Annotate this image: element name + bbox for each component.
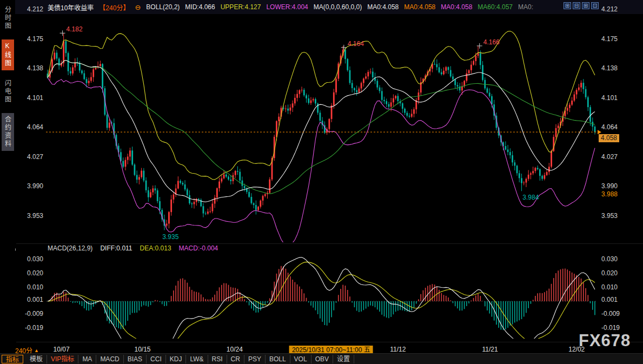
layout-icon-1[interactable]: ⊞ <box>564 2 571 9</box>
macd-dea-value: DEA:0.013 <box>140 244 171 252</box>
macd-axis-label: -0.009 <box>19 310 43 317</box>
macd-axis-label: 0.020 <box>19 269 43 277</box>
toolbar-item-CR[interactable]: CR <box>227 355 244 363</box>
ma-value: MA0:4.058 <box>367 3 399 11</box>
macd-axis-label: 0.001 <box>601 296 618 303</box>
macd-diff-value: DIFF:0.011 <box>100 244 132 252</box>
zoom-out-icon[interactable]: ⊖ <box>135 3 141 11</box>
macd-axis-label: 0.001 <box>19 296 43 303</box>
y-axis-label: 3.953 <box>19 212 43 220</box>
svg-text:4.166: 4.166 <box>483 38 500 46</box>
macd-axis-label: 0.030 <box>601 255 618 263</box>
current-price-badge: 4.058 <box>599 134 619 142</box>
ma-value: MA0:4.058 <box>441 3 472 11</box>
ma-value: MA60:4.057 <box>478 3 513 11</box>
macd-axis-label: 0.010 <box>601 283 618 291</box>
axis-divider <box>16 342 643 342</box>
symbol-title: 美债10年收益率 <box>48 3 94 12</box>
period-tag[interactable]: 【240分】 <box>99 3 129 12</box>
macd-header: MACD(26,12,9) DIFF:0.011 DEA:0.013 MACD:… <box>48 244 218 252</box>
bottom-toolbar: 指标模板VIP指标MAMACDBIASCCIKDJLW&RSICRPSYBOLL… <box>0 353 643 364</box>
y-axis-label: 4.212 <box>601 5 618 13</box>
ma-value: MA0:4.058 <box>404 3 435 11</box>
y-axis-label: 4.064 <box>19 123 43 131</box>
toolbar-item-设置[interactable]: 设置 <box>333 355 354 363</box>
layout-icon-3[interactable]: ⊞ <box>582 2 589 9</box>
macd-axis-label: 0.030 <box>19 255 43 263</box>
svg-text:4.182: 4.182 <box>67 25 83 33</box>
y-axis-label: 4.064 <box>601 123 618 131</box>
boll-upper-value: UPPER:4.127 <box>221 3 261 11</box>
left-tab-bar: 分时图K线图闪电图合约资料 <box>0 0 15 364</box>
y-axis-label: 3.990 <box>19 182 43 190</box>
y-axis-label: 4.027 <box>601 153 618 161</box>
macd-axis-label: 0.010 <box>19 283 43 291</box>
sidebar-tab-1[interactable]: 分时图 <box>2 3 14 33</box>
macd-hist-value: MACD:-0.004 <box>179 244 218 252</box>
toolbar-item-LW&[interactable]: LW& <box>186 355 208 363</box>
toolbar-item-BIAS[interactable]: BIAS <box>124 355 147 363</box>
toolbar-item-PSY[interactable]: PSY <box>244 355 266 363</box>
y-axis-label: 4.138 <box>601 64 618 72</box>
x-axis-label: 10/07 <box>54 346 70 353</box>
toolbar-item-KDJ[interactable]: KDJ <box>166 355 187 363</box>
y-axis-label: 3.990 <box>601 182 618 190</box>
y-axis-label: 4.027 <box>19 153 43 161</box>
indicator-header-bar: 美债10年收益率 【240分】 ⊖ BOLL(20,2) MID:4.066 U… <box>0 0 643 14</box>
svg-text:3.935: 3.935 <box>162 233 178 241</box>
layout-icon-2[interactable]: ⊟ <box>573 2 580 9</box>
toolbar-item-VOL[interactable]: VOL <box>290 355 311 363</box>
y-axis-label: 4.138 <box>19 64 43 72</box>
toolbar-item-BOLL[interactable]: BOLL <box>266 355 290 363</box>
y-axis-label: 4.212 <box>19 5 43 13</box>
boll-lower-value: LOWER:4.004 <box>266 3 308 11</box>
chevron-up-icon: ▲ <box>34 348 39 353</box>
macd-param-label: MACD(26,12,9) <box>48 244 92 252</box>
panel-divider <box>16 243 643 244</box>
toolbar-item-指标[interactable]: 指标 <box>2 355 23 363</box>
toolbar-item-模板[interactable]: 模板 <box>26 355 47 363</box>
ma-value: MA0: <box>518 3 533 11</box>
toolbar-item-OBV[interactable]: OBV <box>311 355 333 363</box>
watermark: FX678 <box>579 331 631 350</box>
trading-chart-app: 美债10年收益率 【240分】 ⊖ BOLL(20,2) MID:4.066 U… <box>0 0 643 364</box>
svg-text:4.164: 4.164 <box>348 40 364 48</box>
x-axis-label: 10/15 <box>134 346 150 353</box>
sidebar-tab-4[interactable]: 合约资料 <box>2 113 14 151</box>
toolbar-item-VIP指标[interactable]: VIP指标 <box>47 355 78 363</box>
toolbar-item-MA[interactable]: MA <box>78 355 96 363</box>
svg-text:3.984: 3.984 <box>522 194 539 201</box>
window-layout-icons: ⊞⊟⊞⊡ <box>564 2 599 9</box>
macd-axis-label: 0.020 <box>601 269 618 277</box>
y-axis-label: 4.175 <box>601 35 618 43</box>
macd-axis-label: -0.019 <box>19 324 43 332</box>
y-axis-label: 3.953 <box>601 212 618 220</box>
sidebar-tab-2[interactable]: K线图 <box>2 39 14 70</box>
boll-param-label: BOLL(20,2) <box>146 3 180 11</box>
toolbar-item-RSI[interactable]: RSI <box>208 355 227 363</box>
y-axis-label: 4.175 <box>19 35 43 43</box>
macd-axis-label: -0.009 <box>601 310 620 317</box>
layout-icon-4[interactable]: ⊡ <box>591 2 599 9</box>
sidebar-tab-3[interactable]: 闪电图 <box>2 77 14 107</box>
x-axis-label: 10/24 <box>227 346 243 353</box>
boll-mid-value: MID:4.066 <box>185 3 215 11</box>
y-axis-label: 4.101 <box>601 94 618 102</box>
chart-canvas: 4.1823.9354.1644.1663.984 <box>0 0 643 364</box>
toolbar-item-MACD[interactable]: MACD <box>96 355 123 363</box>
ma-values-group: MA0:4.058MA0:4.058MA0:4.058MA60:4.057MA0… <box>367 3 533 11</box>
toolbar-item-CCI[interactable]: CCI <box>147 355 166 363</box>
secondary-price-label: 3.988 <box>601 190 618 198</box>
x-axis-label: 11/12 <box>390 346 406 353</box>
ma-param-label: MA(0,0,0,60,0,0) <box>314 3 362 11</box>
y-axis-label: 4.101 <box>19 94 43 102</box>
x-axis-label: 11/21 <box>482 346 498 353</box>
